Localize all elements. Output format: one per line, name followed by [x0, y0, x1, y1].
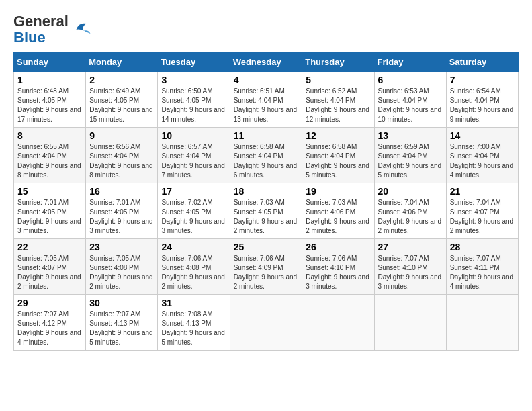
calendar-header-row: SundayMondayTuesdayWednesdayThursdayFrid… — [14, 53, 519, 72]
day-number: 23 — [89, 242, 154, 253]
day-info: Sunrise: 6:56 AM Sunset: 4:04 PM Dayligh… — [89, 142, 154, 180]
day-number: 3 — [161, 75, 226, 85]
day-info: Sunrise: 7:02 AM Sunset: 4:05 PM Dayligh… — [161, 198, 226, 236]
calendar-cell: 9 Sunrise: 6:56 AM Sunset: 4:04 PM Dayli… — [86, 128, 158, 183]
day-info: Sunrise: 7:04 AM Sunset: 4:06 PM Dayligh… — [378, 198, 443, 236]
day-info: Sunrise: 6:48 AM Sunset: 4:05 PM Dayligh… — [17, 87, 82, 124]
day-number: 7 — [450, 75, 515, 85]
day-number: 12 — [306, 130, 370, 141]
day-info: Sunrise: 7:07 AM Sunset: 4:10 PM Dayligh… — [378, 254, 443, 291]
day-number: 10 — [161, 130, 226, 141]
calendar-cell: 1 Sunrise: 6:48 AM Sunset: 4:05 PM Dayli… — [14, 72, 86, 128]
logo-blue: Blue — [13, 30, 69, 46]
calendar-week-row: 1 Sunrise: 6:48 AM Sunset: 4:05 PM Dayli… — [14, 72, 519, 128]
day-number: 18 — [234, 186, 299, 197]
calendar-cell: 25 Sunrise: 7:06 AM Sunset: 4:09 PM Dayl… — [230, 239, 302, 295]
day-info: Sunrise: 7:05 AM Sunset: 4:08 PM Dayligh… — [89, 254, 154, 291]
day-info: Sunrise: 7:06 AM Sunset: 4:09 PM Dayligh… — [234, 254, 299, 291]
calendar-cell: 20 Sunrise: 7:04 AM Sunset: 4:06 PM Dayl… — [374, 183, 446, 239]
logo-bird-icon — [71, 19, 91, 40]
calendar-header-friday: Friday — [374, 53, 446, 72]
calendar-cell: 19 Sunrise: 7:03 AM Sunset: 4:06 PM Dayl… — [302, 183, 374, 239]
day-number: 26 — [306, 242, 370, 253]
day-info: Sunrise: 7:01 AM Sunset: 4:05 PM Dayligh… — [89, 198, 154, 236]
calendar-cell: 24 Sunrise: 7:06 AM Sunset: 4:08 PM Dayl… — [158, 239, 230, 295]
calendar-cell: 16 Sunrise: 7:01 AM Sunset: 4:05 PM Dayl… — [86, 183, 158, 239]
calendar-cell: 6 Sunrise: 6:53 AM Sunset: 4:04 PM Dayli… — [374, 72, 446, 128]
calendar-cell: 7 Sunrise: 6:54 AM Sunset: 4:04 PM Dayli… — [446, 72, 518, 128]
day-number: 27 — [378, 242, 443, 253]
day-number: 24 — [161, 242, 226, 253]
calendar-cell — [374, 295, 446, 351]
calendar-cell: 10 Sunrise: 6:57 AM Sunset: 4:04 PM Dayl… — [158, 128, 230, 183]
day-number: 14 — [450, 130, 515, 141]
calendar-cell: 18 Sunrise: 7:03 AM Sunset: 4:05 PM Dayl… — [230, 183, 302, 239]
calendar-cell: 30 Sunrise: 7:07 AM Sunset: 4:13 PM Dayl… — [86, 295, 158, 351]
calendar-header-saturday: Saturday — [446, 53, 518, 72]
calendar-cell: 11 Sunrise: 6:58 AM Sunset: 4:04 PM Dayl… — [230, 128, 302, 183]
day-info: Sunrise: 7:05 AM Sunset: 4:07 PM Dayligh… — [17, 254, 82, 291]
calendar-cell: 15 Sunrise: 7:01 AM Sunset: 4:05 PM Dayl… — [14, 183, 86, 239]
calendar-cell: 8 Sunrise: 6:55 AM Sunset: 4:04 PM Dayli… — [14, 128, 86, 183]
calendar-cell — [302, 295, 374, 351]
calendar-cell: 26 Sunrise: 7:06 AM Sunset: 4:10 PM Dayl… — [302, 239, 374, 295]
day-info: Sunrise: 6:51 AM Sunset: 4:04 PM Dayligh… — [234, 87, 299, 124]
day-number: 11 — [234, 130, 299, 141]
calendar-cell: 17 Sunrise: 7:02 AM Sunset: 4:05 PM Dayl… — [158, 183, 230, 239]
day-number: 29 — [17, 298, 82, 308]
day-number: 17 — [161, 186, 226, 197]
logo: General Blue — [13, 13, 91, 46]
calendar-header-tuesday: Tuesday — [158, 53, 230, 72]
day-info: Sunrise: 6:50 AM Sunset: 4:05 PM Dayligh… — [161, 87, 226, 124]
day-number: 22 — [17, 242, 82, 253]
calendar-week-row: 15 Sunrise: 7:01 AM Sunset: 4:05 PM Dayl… — [14, 183, 519, 239]
day-info: Sunrise: 6:52 AM Sunset: 4:04 PM Dayligh… — [306, 87, 370, 124]
calendar-cell: 31 Sunrise: 7:08 AM Sunset: 4:13 PM Dayl… — [158, 295, 230, 351]
day-number: 28 — [450, 242, 515, 253]
calendar-header-monday: Monday — [86, 53, 158, 72]
day-number: 19 — [306, 186, 370, 197]
day-number: 2 — [89, 75, 154, 85]
day-number: 5 — [306, 75, 370, 85]
day-info: Sunrise: 7:07 AM Sunset: 4:11 PM Dayligh… — [450, 254, 515, 291]
day-info: Sunrise: 7:06 AM Sunset: 4:08 PM Dayligh… — [161, 254, 226, 291]
calendar-cell: 21 Sunrise: 7:04 AM Sunset: 4:07 PM Dayl… — [446, 183, 518, 239]
day-info: Sunrise: 6:58 AM Sunset: 4:04 PM Dayligh… — [306, 142, 370, 180]
calendar-cell: 23 Sunrise: 7:05 AM Sunset: 4:08 PM Dayl… — [86, 239, 158, 295]
calendar-cell: 4 Sunrise: 6:51 AM Sunset: 4:04 PM Dayli… — [230, 72, 302, 128]
day-info: Sunrise: 6:53 AM Sunset: 4:04 PM Dayligh… — [378, 87, 443, 124]
day-number: 31 — [161, 298, 226, 308]
calendar-cell: 14 Sunrise: 7:00 AM Sunset: 4:04 PM Dayl… — [446, 128, 518, 183]
day-number: 30 — [89, 298, 154, 308]
day-info: Sunrise: 7:07 AM Sunset: 4:13 PM Dayligh… — [89, 310, 154, 347]
day-info: Sunrise: 6:58 AM Sunset: 4:04 PM Dayligh… — [234, 142, 299, 180]
day-number: 21 — [450, 186, 515, 197]
day-number: 15 — [17, 186, 82, 197]
day-info: Sunrise: 6:49 AM Sunset: 4:05 PM Dayligh… — [89, 87, 154, 124]
day-number: 16 — [89, 186, 154, 197]
day-info: Sunrise: 7:01 AM Sunset: 4:05 PM Dayligh… — [17, 198, 82, 236]
calendar-week-row: 29 Sunrise: 7:07 AM Sunset: 4:12 PM Dayl… — [14, 295, 519, 351]
day-number: 6 — [378, 75, 443, 85]
calendar-cell: 2 Sunrise: 6:49 AM Sunset: 4:05 PM Dayli… — [86, 72, 158, 128]
logo-text: General Blue — [13, 13, 69, 46]
day-info: Sunrise: 6:54 AM Sunset: 4:04 PM Dayligh… — [450, 87, 515, 124]
calendar-week-row: 8 Sunrise: 6:55 AM Sunset: 4:04 PM Dayli… — [14, 128, 519, 183]
calendar-cell: 27 Sunrise: 7:07 AM Sunset: 4:10 PM Dayl… — [374, 239, 446, 295]
day-number: 13 — [378, 130, 443, 141]
calendar-table: SundayMondayTuesdayWednesdayThursdayFrid… — [13, 52, 519, 351]
day-info: Sunrise: 7:07 AM Sunset: 4:12 PM Dayligh… — [17, 310, 82, 347]
day-info: Sunrise: 7:04 AM Sunset: 4:07 PM Dayligh… — [450, 198, 515, 236]
calendar-week-row: 22 Sunrise: 7:05 AM Sunset: 4:07 PM Dayl… — [14, 239, 519, 295]
calendar-cell: 5 Sunrise: 6:52 AM Sunset: 4:04 PM Dayli… — [302, 72, 374, 128]
day-info: Sunrise: 6:55 AM Sunset: 4:04 PM Dayligh… — [17, 142, 82, 180]
day-info: Sunrise: 7:00 AM Sunset: 4:04 PM Dayligh… — [450, 142, 515, 180]
day-info: Sunrise: 7:06 AM Sunset: 4:10 PM Dayligh… — [306, 254, 370, 291]
calendar-cell: 28 Sunrise: 7:07 AM Sunset: 4:11 PM Dayl… — [446, 239, 518, 295]
logo-general: General — [13, 13, 69, 30]
day-info: Sunrise: 7:08 AM Sunset: 4:13 PM Dayligh… — [161, 310, 226, 347]
day-number: 9 — [89, 130, 154, 141]
calendar-header-thursday: Thursday — [302, 53, 374, 72]
day-number: 20 — [378, 186, 443, 197]
calendar-header-wednesday: Wednesday — [230, 53, 302, 72]
